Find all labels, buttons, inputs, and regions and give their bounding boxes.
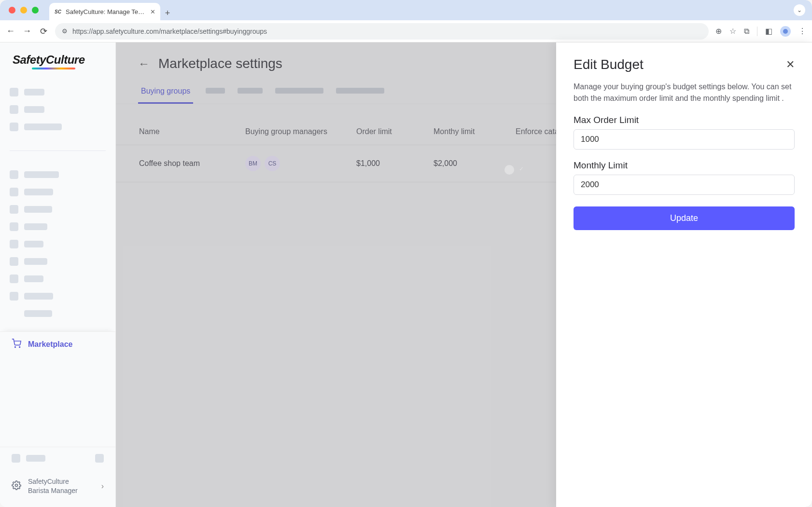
user-name: SafetyCulture Barista Manager xyxy=(28,477,95,495)
separator xyxy=(757,27,757,36)
extensions-icon[interactable]: ⧉ xyxy=(744,27,749,36)
tab-skeleton xyxy=(275,88,323,94)
nav-item-skeleton xyxy=(10,188,106,196)
panel-description: Manage your buying group's budget settin… xyxy=(574,81,795,104)
bookmark-icon[interactable]: ☆ xyxy=(729,27,736,36)
svg-point-2 xyxy=(15,484,18,486)
sidebar-bottom: SafetyCulture Barista Manager › xyxy=(0,447,115,507)
gear-icon xyxy=(12,480,21,493)
side-panel-icon[interactable]: ◧ xyxy=(765,27,772,36)
chevron-right-icon: › xyxy=(101,482,104,491)
logo-text: SafetyCulture xyxy=(13,53,85,67)
browser-tab-strip: SC SafetyCulture: Manage Teams and... ✕ … xyxy=(0,0,812,20)
svg-point-0 xyxy=(15,347,16,348)
site-settings-icon[interactable]: ⚙ xyxy=(62,27,68,35)
sidebar-item-marketplace[interactable]: Marketplace xyxy=(0,331,115,357)
forward-button[interactable]: → xyxy=(22,26,32,36)
reload-button[interactable]: ⟳ xyxy=(39,26,48,37)
update-button[interactable]: Update xyxy=(574,206,795,230)
tab-title: SafetyCulture: Manage Teams and... xyxy=(66,8,146,15)
kebab-menu-icon[interactable]: ⋮ xyxy=(798,27,806,36)
tab-favicon-icon: SC xyxy=(54,8,62,15)
sidebar-bottom-skeleton xyxy=(0,447,115,469)
nav-item-skeleton xyxy=(10,205,106,214)
window-controls xyxy=(9,7,39,14)
nav-item-skeleton xyxy=(10,105,106,114)
close-icon[interactable]: ✕ xyxy=(786,58,795,71)
max-order-label: Max Order Limit xyxy=(574,115,795,125)
col-name: Name xyxy=(139,127,245,136)
browser-tab[interactable]: SC SafetyCulture: Manage Teams and... ✕ xyxy=(49,3,160,20)
nav-item-skeleton xyxy=(10,274,106,283)
svg-point-1 xyxy=(19,347,20,348)
nav-item-skeleton xyxy=(10,170,106,179)
browser-toolbar: ← → ⟳ ⚙ https://app.safetyculture.com/ma… xyxy=(0,20,812,42)
nav-section-top xyxy=(0,74,115,145)
col-monthly-limit: Monthy limit xyxy=(434,127,516,136)
logo-underline xyxy=(32,68,75,69)
sidebar-user[interactable]: SafetyCulture Barista Manager › xyxy=(0,469,115,507)
zoom-icon[interactable]: ⊕ xyxy=(715,27,722,36)
nav-item-skeleton xyxy=(10,257,106,266)
tab-buying-groups[interactable]: Buying groups xyxy=(138,82,193,104)
main-content: ← Marketplace settings Buying groups Nam… xyxy=(116,42,812,507)
max-order-input[interactable] xyxy=(574,129,795,150)
nav-item-skeleton xyxy=(10,309,106,318)
nav-item-skeleton xyxy=(10,88,106,96)
url-text: https://app.safetyculture.com/marketplac… xyxy=(72,27,267,35)
nav-item-skeleton xyxy=(10,222,106,231)
back-arrow-icon[interactable]: ← xyxy=(138,57,150,70)
sidebar-divider xyxy=(10,151,106,151)
sidebar: SafetyCulture Marketplace xyxy=(0,42,116,507)
page-title: Marketplace settings xyxy=(158,56,282,71)
logo: SafetyCulture xyxy=(0,42,115,74)
tab-skeleton xyxy=(336,88,384,94)
edit-budget-panel: Edit Budget ✕ Manage your buying group's… xyxy=(556,42,812,507)
cell-managers: BM CS xyxy=(245,156,356,171)
fullscreen-window-button[interactable] xyxy=(32,7,39,14)
tab-skeleton xyxy=(206,88,225,94)
close-window-button[interactable] xyxy=(9,7,15,14)
monthly-limit-input[interactable] xyxy=(574,175,795,195)
nav-item-skeleton xyxy=(10,240,106,248)
tab-overflow-button[interactable]: ⌄ xyxy=(794,4,805,16)
cart-icon xyxy=(12,339,21,350)
nav-item-skeleton xyxy=(10,123,106,131)
monthly-limit-label: Monthly Limit xyxy=(574,160,795,171)
panel-title: Edit Budget xyxy=(574,57,644,72)
address-bar[interactable]: ⚙ https://app.safetyculture.com/marketpl… xyxy=(55,23,709,40)
minimize-window-button[interactable] xyxy=(20,7,27,14)
cell-order-limit: $1,000 xyxy=(356,159,434,168)
nav-item-skeleton xyxy=(10,292,106,301)
col-managers: Buying group managers xyxy=(245,127,356,136)
back-button[interactable]: ← xyxy=(6,26,15,36)
tab-skeleton xyxy=(238,88,263,94)
new-tab-button[interactable]: + xyxy=(160,6,175,20)
cell-monthly-limit: $2,000 xyxy=(434,159,516,168)
col-order-limit: Order limit xyxy=(356,127,434,136)
profile-button[interactable] xyxy=(780,26,791,37)
tab-close-icon[interactable]: ✕ xyxy=(150,8,155,15)
avatar: BM xyxy=(245,156,261,171)
toolbar-actions: ⊕ ☆ ⧉ ◧ ⋮ xyxy=(715,26,806,37)
sidebar-item-label: Marketplace xyxy=(28,340,73,349)
cell-name: Coffee shop team xyxy=(139,159,245,168)
app-shell: SafetyCulture Marketplace xyxy=(0,42,812,507)
nav-section-mid xyxy=(0,157,115,331)
avatar: CS xyxy=(265,156,280,171)
